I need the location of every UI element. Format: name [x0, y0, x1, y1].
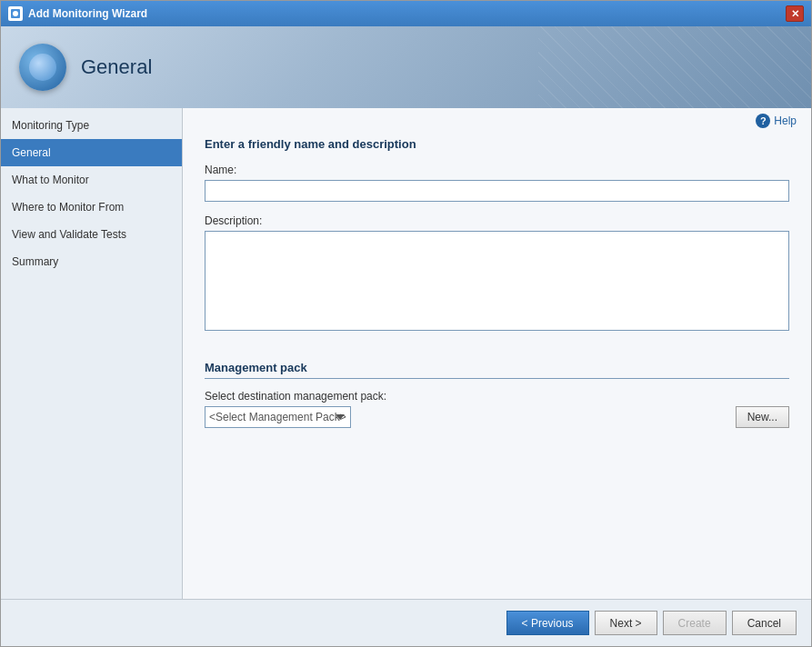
management-pack-section: Management pack Select destination manag… [205, 361, 789, 428]
mgmt-pack-row: <Select Management Pack> New... [205, 406, 789, 428]
help-label: Help [774, 114, 797, 127]
header-logo [19, 44, 66, 91]
header-logo-inner [29, 54, 56, 81]
title-bar-left: Add Monitoring Wizard [8, 6, 147, 21]
mgmt-pack-select[interactable]: <Select Management Pack> [205, 406, 351, 428]
sidebar-item-where-to-monitor[interactable]: Where to Monitor From [1, 194, 182, 221]
previous-button[interactable]: < Previous [506, 611, 589, 635]
window-icon [8, 6, 23, 21]
name-label: Name: [205, 164, 789, 176]
sidebar-item-summary[interactable]: Summary [1, 248, 182, 275]
sidebar: Monitoring Type General What to Monitor … [1, 108, 183, 599]
svg-point-1 [13, 11, 18, 16]
help-bar: ? Help [183, 108, 811, 130]
mgmt-pack-select-wrapper: <Select Management Pack> [205, 406, 728, 428]
help-link[interactable]: ? Help [756, 114, 797, 128]
cancel-button[interactable]: Cancel [732, 611, 797, 635]
next-button[interactable]: Next > [595, 611, 657, 635]
form-area: Enter a friendly name and description Na… [183, 130, 811, 599]
create-button[interactable]: Create [663, 611, 727, 635]
description-textarea[interactable] [205, 231, 789, 331]
sidebar-item-general[interactable]: General [1, 139, 182, 166]
sidebar-item-view-validate[interactable]: View and Validate Tests [1, 221, 182, 248]
main-content: ? Help Enter a friendly name and descrip… [183, 108, 811, 599]
header-banner: General [1, 26, 811, 108]
sidebar-item-what-to-monitor[interactable]: What to Monitor [1, 166, 182, 194]
mgmt-pack-title: Management pack [205, 361, 789, 379]
header-title: General [81, 55, 152, 79]
window-title: Add Monitoring Wizard [28, 7, 147, 20]
help-icon: ? [756, 114, 770, 128]
close-button[interactable]: ✕ [786, 5, 804, 22]
form-section-title: Enter a friendly name and description [205, 137, 789, 151]
content-area: Monitoring Type General What to Monitor … [1, 108, 811, 599]
sidebar-item-monitoring-type[interactable]: Monitoring Type [1, 112, 182, 139]
description-label: Description: [205, 214, 789, 227]
new-button[interactable]: New... [736, 406, 789, 428]
title-bar: Add Monitoring Wizard ✕ [1, 1, 811, 26]
name-input[interactable] [205, 180, 789, 202]
wizard-window: Add Monitoring Wizard ✕ General Monitori… [0, 0, 812, 647]
mgmt-pack-select-label: Select destination management pack: [205, 390, 789, 403]
footer: < Previous Next > Create Cancel [1, 599, 811, 646]
